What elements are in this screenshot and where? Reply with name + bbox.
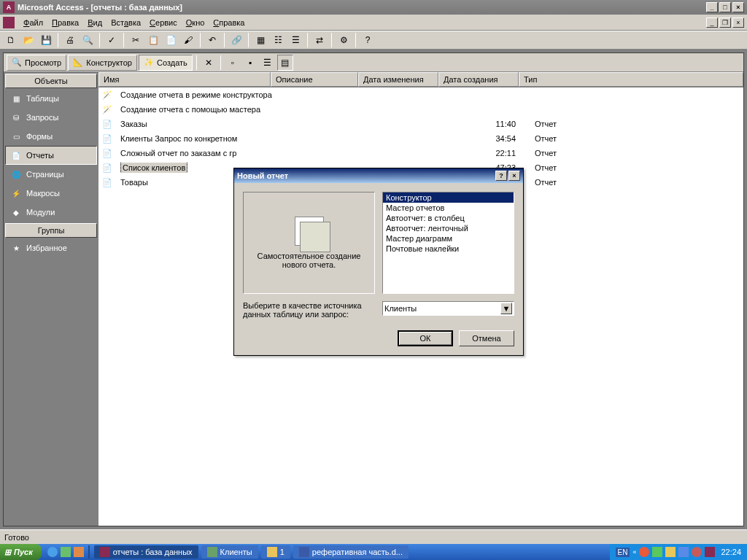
quicklaunch-desktop-icon[interactable]	[61, 547, 71, 557]
tray-icon-4[interactable]	[678, 547, 689, 557]
large-icons-icon[interactable]: ▫	[225, 55, 241, 71]
source-combobox[interactable]: Клиенты ▼	[382, 301, 514, 316]
menu-file[interactable]: Файл	[19, 17, 47, 28]
menu-view[interactable]: Вид	[83, 17, 107, 28]
col-created[interactable]: Дата создания	[438, 72, 519, 87]
report-type-list[interactable]: КонструкторМастер отчетовАвтоотчет: в ст…	[382, 192, 514, 294]
task-item-clients[interactable]: Клиенты	[201, 545, 258, 559]
ok-button[interactable]: ОК	[398, 330, 453, 346]
sidebar-item-forms[interactable]: ▭Формы	[5, 127, 97, 146]
tray-icon-5[interactable]	[692, 547, 702, 557]
spell-icon[interactable]: ✓	[104, 32, 120, 48]
sidebar-item-reports[interactable]: 📄Отчеты	[5, 146, 97, 165]
undo-icon[interactable]: ↶	[204, 32, 220, 48]
start-button[interactable]: ⊞ Пуск	[0, 544, 42, 560]
delete-icon[interactable]: ✕	[201, 55, 217, 71]
details-icon[interactable]: ▤	[277, 55, 293, 71]
chevron-down-icon[interactable]: ▼	[500, 303, 512, 314]
quicklaunch-app-icon[interactable]	[74, 547, 84, 557]
sidebar-objects-header: Объекты	[5, 74, 97, 88]
sidebar-item-macros[interactable]: ⚡Макросы	[5, 184, 97, 203]
copy-icon[interactable]: 📋	[145, 32, 161, 48]
sidebar-item-pages[interactable]: 🌐Страницы	[5, 165, 97, 184]
col-desc[interactable]: Описание	[271, 72, 358, 87]
report-icon: 📄	[101, 118, 113, 130]
tray-icon-2[interactable]	[652, 547, 662, 557]
form-icon: ▭	[10, 131, 22, 142]
col-type[interactable]: Тип	[519, 72, 743, 87]
props-icon[interactable]: ☰	[287, 32, 303, 48]
form-icon[interactable]: ▦	[252, 32, 268, 48]
dialog-help-button[interactable]: ?	[495, 171, 507, 181]
report-icon: 📄	[101, 133, 113, 144]
quicklaunch-ie-icon[interactable]	[47, 547, 58, 557]
close-button[interactable]: ×	[732, 2, 744, 12]
list-row[interactable]: 📄Заказы11:40Отчет	[98, 117, 743, 131]
sidebar-item-modules[interactable]: ◆Модули	[5, 203, 97, 222]
sidebar-item-tables[interactable]: ▦Таблицы	[5, 89, 97, 108]
cancel-button[interactable]: Отмена	[459, 330, 514, 346]
mdi-minimize-button[interactable]: _	[706, 18, 718, 28]
menu-insert[interactable]: Вставка	[107, 17, 145, 28]
report-type-item[interactable]: Автоотчет: в столбец	[383, 213, 514, 223]
dialog-close-button[interactable]: ×	[508, 171, 520, 181]
btn-design[interactable]: 📐Конструктор	[68, 55, 137, 71]
menubar: Файл Правка Вид Вставка Сервис Окно Спра…	[0, 15, 747, 31]
cell-created-time: 22:11	[440, 148, 520, 158]
cut-icon[interactable]: ✂	[128, 32, 144, 48]
maximize-button[interactable]: □	[719, 2, 731, 12]
help-icon[interactable]: ?	[360, 32, 376, 48]
task-item-db[interactable]: отчеты : база данных	[94, 545, 198, 559]
code-icon[interactable]: ☷	[270, 32, 286, 48]
lang-indicator[interactable]: EN	[616, 548, 630, 557]
sidebar-item-queries[interactable]: ⛁Запросы	[5, 108, 97, 127]
save-icon[interactable]: 💾	[38, 32, 54, 48]
tray-icon-3[interactable]	[665, 547, 676, 557]
list-row[interactable]: 🪄Создание отчета с помощью мастера	[98, 102, 743, 117]
format-icon[interactable]: 🖌	[180, 32, 196, 48]
minimize-button[interactable]: _	[706, 2, 718, 12]
clock[interactable]: 22:24	[721, 548, 741, 556]
col-modified[interactable]: Дата изменения	[358, 72, 438, 87]
print-icon[interactable]: 🖨	[62, 32, 78, 48]
analyze-icon[interactable]: ⚙	[336, 32, 352, 48]
btn-preview[interactable]: 🔍Просмотр	[7, 55, 66, 71]
paste-icon[interactable]: 📄	[163, 32, 179, 48]
relations-icon[interactable]: ⇄	[311, 32, 328, 48]
menu-window[interactable]: Окно	[182, 17, 209, 28]
list-row[interactable]: 🪄Создание отчета в режиме конструктора	[98, 88, 743, 102]
menu-edit[interactable]: Правка	[47, 17, 83, 28]
col-name[interactable]: Имя	[98, 72, 271, 87]
report-type-item[interactable]: Почтовые наклейки	[383, 244, 514, 254]
report-type-item[interactable]: Мастер отчетов	[383, 203, 514, 213]
mdi-close-button[interactable]: ×	[732, 18, 744, 28]
dialog-titlebar[interactable]: Новый отчет ? ×	[234, 168, 523, 183]
tray-icon-1[interactable]	[639, 547, 649, 557]
small-icons-icon[interactable]: ▪	[242, 55, 258, 71]
preview-icon[interactable]: 🔍	[80, 32, 96, 48]
cell-desc	[272, 123, 360, 125]
btn-create[interactable]: ✨Создать	[139, 55, 193, 71]
list-row[interactable]: 📄Клиенты Запрос по конкретном34:54Отчет	[98, 131, 743, 146]
report-type-item[interactable]: Конструктор	[383, 192, 514, 203]
report-type-item[interactable]: Автоотчет: ленточный	[383, 223, 514, 233]
new-icon[interactable]: 🗋	[3, 32, 19, 48]
list-row[interactable]: 📄Сложный отчет по заказам с гр22:11Отчет	[98, 146, 743, 160]
task-item-folder[interactable]: 1	[261, 545, 290, 559]
menu-help[interactable]: Справка	[209, 17, 249, 28]
cell-modified	[360, 109, 440, 110]
open-icon[interactable]: 📂	[20, 32, 36, 48]
cell-type: Отчет	[520, 177, 743, 187]
tray-icon-6[interactable]	[705, 547, 715, 557]
task-item-word[interactable]: реферативная часть.d...	[293, 545, 409, 559]
report-icon: 📄	[101, 176, 113, 188]
mdi-restore-button[interactable]: ❐	[719, 18, 731, 28]
link-icon[interactable]: 🔗	[228, 32, 244, 48]
menu-service[interactable]: Сервис	[145, 17, 182, 28]
tray-expand-icon[interactable]: «	[632, 548, 636, 556]
cell-desc	[272, 152, 360, 154]
list-icon[interactable]: ☰	[260, 55, 276, 71]
cell-name: Клиенты Запрос по конкретном	[116, 133, 272, 144]
sidebar-item-favorites[interactable]: ★Избранное	[5, 238, 97, 257]
report-type-item[interactable]: Мастер диаграмм	[383, 233, 514, 244]
